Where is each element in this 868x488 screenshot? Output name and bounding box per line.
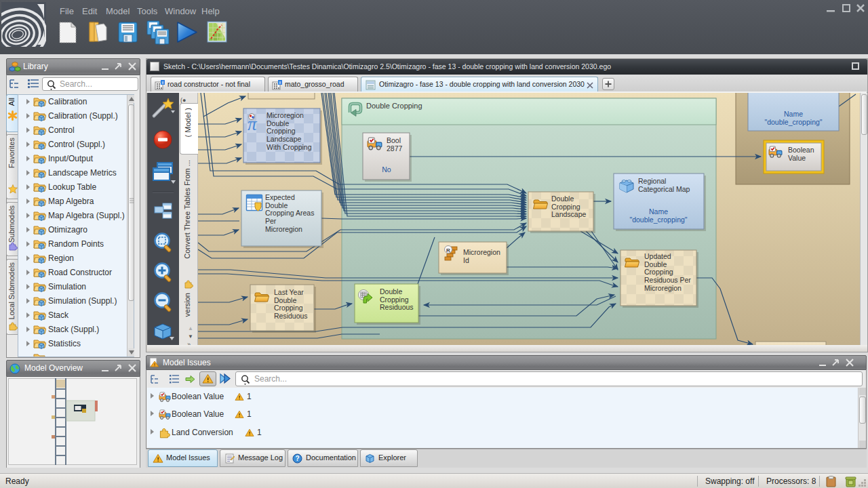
svg-text:Residuous Per: Residuous Per [644,276,691,284]
svg-text:Double: Double [265,201,288,209]
svg-text:"double_cropping": "double_cropping" [764,118,822,126]
svg-text:8: 8 [279,81,281,85]
svg-text:No: No [382,165,391,174]
svg-text:Name: Name [784,110,803,118]
svg-text:Residuous: Residuous [380,303,414,311]
svg-text:Regional: Regional [638,177,666,185]
svg-text:Double: Double [551,195,574,203]
svg-text:Cropping: Cropping [380,296,409,304]
svg-text:Landscape: Landscape [267,135,302,143]
svg-text:Cropping: Cropping [551,203,580,211]
svg-text:Microregion: Microregion [463,248,500,256]
svg-text:Categorical Map: Categorical Map [638,185,690,193]
svg-text:Double: Double [274,296,296,304]
svg-text:Cropping: Cropping [267,127,296,135]
svg-text:Microregion: Microregion [265,225,302,233]
svg-text:With Cropping: With Cropping [267,143,312,151]
svg-text:R: R [446,247,450,253]
svg-text:Per: Per [265,217,277,225]
svg-text:Boolean: Boolean [788,146,814,154]
svg-text:Double: Double [267,119,289,127]
svg-text:?: ? [296,455,300,462]
svg-text:"double_cropping": "double_cropping" [629,216,687,224]
svg-text:Cropping Areas: Cropping Areas [265,209,314,217]
svg-text:Expected: Expected [265,193,295,201]
svg-text:Double: Double [380,287,402,296]
svg-text:Last Year: Last Year [274,288,304,296]
svg-text:Cropping: Cropping [274,304,303,312]
svg-text:Microregion: Microregion [644,284,682,292]
svg-text:2877: 2877 [387,144,403,152]
svg-text:Microregion: Microregion [267,111,304,119]
svg-text:Landscape: Landscape [551,210,587,218]
svg-text:Cropping: Cropping [644,268,673,276]
svg-text:Double Cropping: Double Cropping [366,102,422,110]
svg-text:Double: Double [644,260,667,268]
svg-text:Value: Value [788,154,806,162]
svg-text:Updated: Updated [644,252,671,260]
svg-text:Bool: Bool [387,136,401,144]
svg-text:8: 8 [162,81,164,85]
svg-text:Name: Name [649,207,668,216]
svg-text:Id: Id [463,256,469,264]
svg-text:Residuous: Residuous [274,312,308,320]
